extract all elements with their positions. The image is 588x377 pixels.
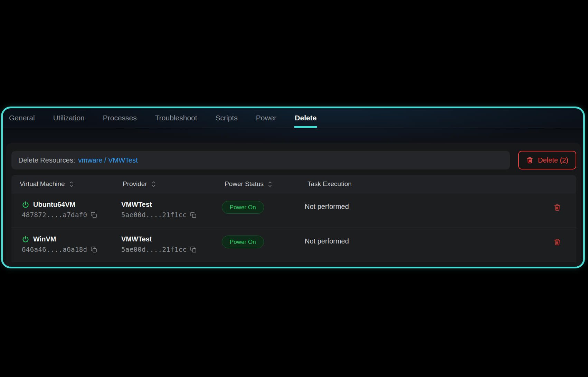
trash-icon — [526, 157, 533, 164]
vm-cell: WinVM 646a46....a6a18d — [11, 228, 114, 262]
copy-icon[interactable] — [190, 212, 197, 218]
actions-cell — [538, 193, 576, 228]
column-label: Power Status — [225, 180, 264, 188]
actions-cell — [538, 228, 576, 262]
vm-name: WinVM — [33, 235, 56, 243]
provider-cell: VMWTest 5ae00d....21f1cc — [114, 228, 216, 262]
vm-details-panel: General Utilization Processes Troublesho… — [1, 107, 585, 268]
power-status-badge: Power On — [222, 201, 264, 214]
copy-icon[interactable] — [91, 212, 97, 218]
delete-selected-button[interactable]: Delete (2) — [518, 151, 576, 169]
table-row: Ubuntu64VM 487872....a7daf0 VMWTest 5ae0… — [11, 193, 576, 228]
delete-resources-toolbar: Delete Resources: vmware / VMWTest — [11, 151, 510, 169]
provider-name: VMWTest — [121, 235, 216, 243]
column-header-provider[interactable]: Provider — [114, 180, 216, 188]
sort-icon — [268, 181, 272, 188]
tab-utilization[interactable]: Utilization — [53, 108, 85, 128]
copy-icon[interactable] — [91, 246, 97, 253]
copy-icon[interactable] — [190, 246, 197, 253]
sort-icon — [151, 181, 156, 188]
tab-scripts[interactable]: Scripts — [216, 108, 238, 128]
delete-resources-label: Delete Resources: — [18, 156, 75, 164]
column-header-power-status[interactable]: Power Status — [216, 180, 299, 188]
column-label: Task Execution — [307, 180, 352, 188]
power-status-badge: Power On — [222, 236, 264, 248]
power-icon — [22, 201, 29, 209]
vm-id: 487872....a7daf0 — [22, 211, 87, 219]
table-header: Virtual Machine Provider Power Status Ta… — [11, 175, 576, 193]
resource-path-link[interactable]: vmware / VMWTest — [78, 156, 138, 164]
tab-general[interactable]: General — [9, 108, 35, 128]
power-status-cell: Power On — [216, 193, 299, 228]
tab-processes[interactable]: Processes — [103, 108, 137, 128]
trash-icon — [553, 204, 561, 211]
trash-icon — [553, 238, 561, 246]
provider-id: 5ae00d....21f1cc — [121, 246, 187, 253]
tab-troubleshoot[interactable]: Troubleshoot — [155, 108, 197, 128]
vm-table: Virtual Machine Provider Power Status Ta… — [11, 175, 576, 262]
row-delete-button[interactable] — [553, 238, 561, 246]
column-label: Virtual Machine — [20, 180, 65, 188]
column-label: Provider — [123, 180, 147, 188]
delete-section: Delete Resources: vmware / VMWTest Delet… — [6, 143, 581, 268]
power-status-cell: Power On — [216, 228, 299, 262]
task-execution-cell: Not performed — [299, 228, 538, 262]
provider-cell: VMWTest 5ae00d....21f1cc — [114, 193, 216, 228]
delete-selected-label: Delete (2) — [538, 156, 568, 164]
task-execution-cell: Not performed — [299, 193, 538, 228]
provider-id: 5ae00d....21f1cc — [121, 211, 187, 219]
toolbar-row: Delete Resources: vmware / VMWTest Delet… — [11, 151, 576, 169]
tab-bar: General Utilization Processes Troublesho… — [3, 108, 583, 128]
vm-id: 646a46....a6a18d — [22, 246, 87, 253]
column-header-virtual-machine[interactable]: Virtual Machine — [11, 180, 114, 188]
vm-cell: Ubuntu64VM 487872....a7daf0 — [11, 193, 114, 228]
table-row: WinVM 646a46....a6a18d VMWTest 5ae00d...… — [11, 228, 576, 262]
column-header-task-execution: Task Execution — [299, 180, 538, 188]
provider-name: VMWTest — [121, 201, 216, 209]
row-delete-button[interactable] — [553, 204, 561, 211]
sort-icon — [69, 181, 74, 188]
tab-delete[interactable]: Delete — [295, 108, 316, 128]
vm-name: Ubuntu64VM — [33, 201, 75, 209]
power-icon — [22, 236, 29, 243]
tab-power[interactable]: Power — [256, 108, 277, 128]
